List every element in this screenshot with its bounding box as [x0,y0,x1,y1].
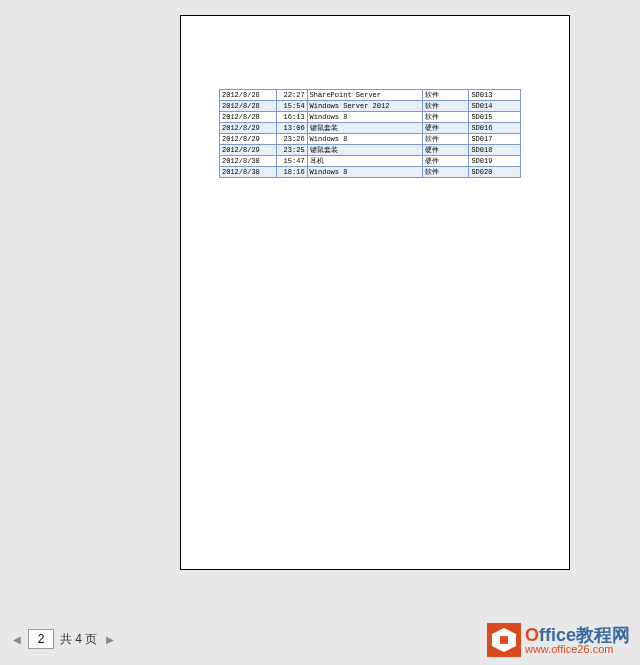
cell-name: Windows Server 2012 [307,101,422,112]
cell-type: 硬件 [423,145,469,156]
data-table: 2012/8/2822:27SharePoint Server软件SD01320… [219,89,521,178]
cell-date: 2012/8/28 [220,112,277,123]
cell-time: 23:26 [276,134,307,145]
table-body: 2012/8/2822:27SharePoint Server软件SD01320… [220,90,521,178]
watermark-url: www.office26.com [525,644,630,655]
page-number-input[interactable] [28,629,54,649]
cell-date: 2012/8/30 [220,167,277,178]
cell-date: 2012/8/29 [220,145,277,156]
watermark: Office教程网 www.office26.com [487,623,630,657]
cell-name: Windows 8 [307,167,422,178]
table-row: 2012/8/3018:16Windows 8软件SD020 [220,167,521,178]
watermark-text: Office教程网 www.office26.com [525,626,630,655]
cell-name: 键鼠套装 [307,145,422,156]
cell-date: 2012/8/29 [220,134,277,145]
prev-page-button[interactable]: ◀ [10,630,24,648]
cell-date: 2012/8/28 [220,90,277,101]
cell-time: 15:47 [276,156,307,167]
cell-code: SD016 [469,123,521,134]
page-total-label: 共 4 页 [60,631,97,648]
cell-time: 15:54 [276,101,307,112]
cell-code: SD014 [469,101,521,112]
cell-time: 13:06 [276,123,307,134]
table-row: 2012/8/3015:47耳机硬件SD019 [220,156,521,167]
cell-time: 23:25 [276,145,307,156]
cell-code: SD020 [469,167,521,178]
table-row: 2012/8/2923:25键鼠套装硬件SD018 [220,145,521,156]
table-row: 2012/8/2815:54Windows Server 2012软件SD014 [220,101,521,112]
cell-date: 2012/8/28 [220,101,277,112]
cell-date: 2012/8/30 [220,156,277,167]
cell-name: 键鼠套装 [307,123,422,134]
pager: ◀ 共 4 页 ▶ [10,629,117,649]
cell-code: SD018 [469,145,521,156]
cell-date: 2012/8/29 [220,123,277,134]
cell-time: 18:16 [276,167,307,178]
cell-code: SD015 [469,112,521,123]
office-logo-icon [487,623,521,657]
cell-type: 软件 [423,134,469,145]
cell-name: 耳机 [307,156,422,167]
table-row: 2012/8/2923:26Windows 8软件SD017 [220,134,521,145]
cell-type: 软件 [423,101,469,112]
cell-time: 16:13 [276,112,307,123]
table-row: 2012/8/2816:13Windows 8软件SD015 [220,112,521,123]
table-row: 2012/8/2913:06键鼠套装硬件SD016 [220,123,521,134]
print-preview-page: 2012/8/2822:27SharePoint Server软件SD01320… [180,15,570,570]
cell-time: 22:27 [276,90,307,101]
cell-name: SharePoint Server [307,90,422,101]
table-row: 2012/8/2822:27SharePoint Server软件SD013 [220,90,521,101]
cell-code: SD017 [469,134,521,145]
cell-type: 软件 [423,112,469,123]
cell-code: SD019 [469,156,521,167]
cell-type: 硬件 [423,123,469,134]
cell-name: Windows 8 [307,134,422,145]
cell-name: Windows 8 [307,112,422,123]
cell-type: 软件 [423,167,469,178]
cell-code: SD013 [469,90,521,101]
next-page-button[interactable]: ▶ [103,630,117,648]
cell-type: 硬件 [423,156,469,167]
cell-type: 软件 [423,90,469,101]
watermark-brand: Office教程网 [525,626,630,644]
